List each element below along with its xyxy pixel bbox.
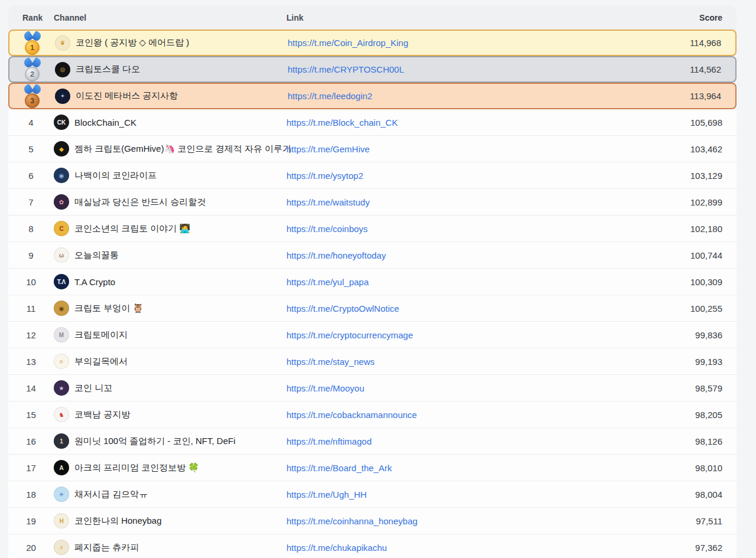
- channel-link[interactable]: https://t.me/ysytop2: [286, 171, 363, 181]
- rank-cell: 16: [8, 436, 54, 446]
- channel-cell: ✦ 이도진 메타버스 공지사항: [55, 89, 288, 104]
- rank-cell: 3: [9, 84, 55, 108]
- channel-cell: ♞ 코백남 공지방: [54, 407, 286, 422]
- channel-link[interactable]: https://t.me/yul_papa: [286, 277, 369, 287]
- channel-link[interactable]: https://t.me/Mooyou: [286, 383, 364, 393]
- channel-avatar: ω: [54, 247, 69, 263]
- table-row: 4 CK BlockChain_CK https://t.me/Block_ch…: [8, 109, 737, 136]
- channel-cell: H 코인한나의 Honeybag: [54, 513, 286, 528]
- rank-cell: 17: [8, 463, 54, 473]
- table-row: 19 H 코인한나의 Honeybag https://t.me/coinhan…: [8, 508, 737, 534]
- channel-link[interactable]: https://t.me/CryptoOwlNotice: [286, 304, 399, 314]
- channel-link[interactable]: https://t.me/cryptocurrencymage: [286, 330, 413, 340]
- rank-number: 20: [26, 543, 36, 553]
- channel-avatar: M: [54, 327, 69, 342]
- channel-avatar: ◉: [54, 301, 69, 316]
- channel-cell: ◉ 나백이의 코인라이프: [54, 168, 286, 183]
- table-row: 7 ✿ 매실남과 당신은 반드시 승리할것 https://t.me/waits…: [8, 189, 737, 216]
- table-row: 5 ◆ 젬하 크립토(GemHive)🦄 코인으로 경제적 자유 이루기 htt…: [8, 136, 737, 162]
- channel-avatar: ≡: [54, 354, 69, 369]
- channel-cell: M 크립토메이지: [54, 327, 286, 342]
- rank-number: 5: [28, 144, 33, 154]
- channel-name: 코인 니꼬: [74, 383, 112, 394]
- table-row: 9 ω 오늘의꿀통 https://t.me/honeyoftoday 100,…: [8, 242, 737, 269]
- channel-link[interactable]: https://t.me/Coin_Airdrop_King: [288, 38, 408, 48]
- channel-cell: ✿ 매실남과 당신은 반드시 승리할것: [54, 194, 286, 210]
- score-value: 97,511: [657, 516, 737, 526]
- avatar-glyph: ω: [59, 252, 64, 259]
- link-cell: https://t.me/coinhanna_honeybag: [286, 516, 657, 526]
- table-row: 8 C 코인소년의 크립토 이야기 🧑‍💻 https://t.me/coinb…: [8, 216, 737, 242]
- channel-link[interactable]: https://t.me/Block_chain_CK: [286, 118, 397, 128]
- channel-avatar: ✿: [54, 194, 69, 210]
- table-row: 16 1 원미닛 100억 졸업하기 - 코인, NFT, DeFi https…: [8, 428, 737, 455]
- channel-link[interactable]: https://t.me/CRYPTOSCH00L: [288, 64, 404, 74]
- channel-link[interactable]: https://t.me/Board_the_Ark: [286, 463, 392, 473]
- avatar-glyph: 1: [60, 438, 63, 445]
- avatar-glyph: ⚡: [59, 544, 63, 551]
- table-row: 14 ★ 코인 니꼬 https://t.me/Mooyou 98,579: [8, 375, 737, 402]
- score-value: 103,462: [657, 144, 737, 154]
- table-row: 17 A 아크의 프리미엄 코인정보방 🍀 https://t.me/Board…: [8, 455, 737, 481]
- leaderboard-table: Rank Channel Link Score 1 ♛ 코인왕 ( 공지방 ◇ …: [8, 6, 737, 558]
- channel-cell: CK BlockChain_CK: [54, 115, 286, 130]
- link-cell: https://t.me/waitstudy: [286, 197, 657, 207]
- channel-cell: ♛ 코인왕 ( 공지방 ◇ 에어드랍 ): [55, 35, 288, 51]
- channel-cell: ◆ 젬하 크립토(GemHive)🦄 코인으로 경제적 자유 이루기: [54, 141, 286, 156]
- channel-link[interactable]: https://t.me/coinboys: [286, 224, 368, 234]
- channel-link[interactable]: https://t.me/Ugh_HH: [286, 490, 367, 500]
- rank-number: 6: [28, 171, 33, 181]
- channel-name: T.A Crypto: [74, 277, 115, 287]
- channel-link[interactable]: https://t.me/honeyoftoday: [286, 250, 386, 260]
- channel-link[interactable]: https://t.me/nftimagod: [286, 436, 372, 446]
- score-value: 98,579: [657, 383, 737, 393]
- channel-link[interactable]: https://t.me/coinhanna_honeybag: [286, 516, 418, 526]
- channel-avatar: 1: [54, 433, 69, 449]
- rank-number: 12: [26, 330, 36, 340]
- header-score: Score: [657, 13, 737, 22]
- rank-number: 18: [26, 490, 36, 500]
- channel-link[interactable]: https://t.me/cobacknamannounce: [286, 410, 417, 420]
- link-cell: https://t.me/yul_papa: [286, 277, 657, 287]
- table-row: 12 M 크립토메이지 https://t.me/cryptocurrencym…: [8, 322, 737, 348]
- score-value: 103,129: [657, 171, 737, 181]
- channel-link[interactable]: https://t.me/chukapikachu: [286, 543, 387, 553]
- table-row: 13 ≡ 부의길목에서 https://t.me/stay_news 99,19…: [8, 348, 737, 375]
- score-value: 100,744: [657, 250, 737, 260]
- channel-link[interactable]: https://t.me/waitstudy: [286, 197, 370, 207]
- table-row: 1 ♛ 코인왕 ( 공지방 ◇ 에어드랍 ) https://t.me/Coin…: [8, 30, 737, 56]
- table-row: 15 ♞ 코백남 공지방 https://t.me/cobacknamannou…: [8, 402, 737, 428]
- score-value: 98,004: [657, 490, 737, 500]
- channel-avatar: T.Λ: [54, 274, 69, 289]
- table-row: 2 ◎ 크립토스쿨 다오 https://t.me/CRYPTOSCH00L 1…: [8, 56, 737, 83]
- avatar-glyph: ☀: [59, 491, 64, 498]
- header-link: Link: [286, 13, 657, 22]
- channel-link[interactable]: https://t.me/leedogin2: [288, 91, 372, 101]
- channel-cell: C 코인소년의 크립토 이야기 🧑‍💻: [54, 221, 286, 236]
- link-cell: https://t.me/leedogin2: [288, 91, 656, 101]
- channel-avatar: ◎: [55, 62, 70, 77]
- avatar-glyph: H: [59, 518, 63, 524]
- channel-name: 크립토스쿨 다오: [76, 64, 140, 75]
- rank-cell: 7: [8, 197, 54, 207]
- rank-cell: 20: [8, 543, 54, 553]
- link-cell: https://t.me/Mooyou: [286, 383, 657, 393]
- score-value: 102,180: [657, 224, 737, 234]
- link-cell: https://t.me/cryptocurrencymage: [286, 330, 657, 340]
- score-value: 114,562: [656, 64, 735, 74]
- rank-number: 16: [26, 436, 36, 446]
- score-value: 114,968: [656, 38, 735, 48]
- channel-name: 아크의 프리미엄 코인정보방 🍀: [74, 462, 199, 474]
- channel-link[interactable]: https://t.me/stay_news: [286, 357, 374, 367]
- avatar-glyph: ✿: [59, 199, 64, 205]
- rank-number: 9: [28, 250, 33, 260]
- avatar-glyph: ★: [59, 385, 64, 391]
- channel-name: 나백이의 코인라이프: [74, 170, 157, 181]
- rank-number: 7: [28, 197, 33, 207]
- channel-link[interactable]: https://t.me/GemHive: [286, 144, 370, 154]
- channel-avatar: H: [54, 513, 69, 528]
- rank-number: 10: [26, 277, 36, 287]
- channel-avatar: ♛: [55, 35, 70, 51]
- link-cell: https://t.me/stay_news: [286, 357, 657, 367]
- link-cell: https://t.me/nftimagod: [286, 436, 657, 446]
